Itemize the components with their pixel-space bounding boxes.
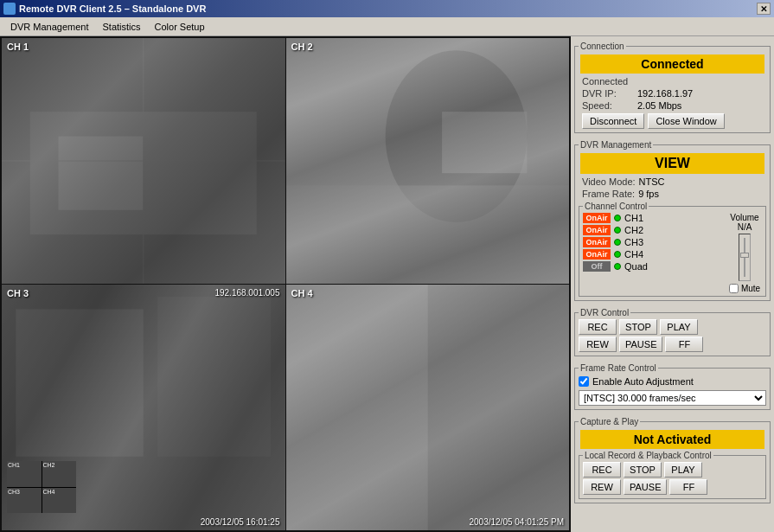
local-play-button[interactable]: PLAY [664,462,702,478]
right-panel: Connection Connected Connected DVR IP: 1… [571,36,774,532]
local-rec-button[interactable]: REC [583,462,621,478]
ch4-indicator [614,251,621,258]
video-area: CH 1 CH 2 CH 3 192.168.001.005 [0,36,571,532]
quad-indicator [614,263,621,270]
menu-dvr-management[interactable]: DVR Management [3,20,96,34]
ch4-label: CH 4 [291,288,313,298]
video-cell-ch3[interactable]: CH 3 192.168.001.005 CH1 CH2 CH3 CH4 200… [2,285,285,530]
frame-rate-row: Frame Rate: 9 fps [579,188,766,200]
frame-rate-control-section: Frame Rate Control Enable Auto Adjustmen… [574,363,771,410]
connection-section: Connection Connected Connected DVR IP: 1… [574,42,771,133]
auto-adjust-row: Enable Auto Adjustment [579,375,766,388]
ch3-name[interactable]: CH3 [624,237,643,247]
volume-slider[interactable] [739,234,751,281]
local-stop-button[interactable]: STOP [624,462,662,478]
svg-rect-13 [286,285,428,530]
disconnect-button[interactable]: Disconnect [582,113,644,129]
local-ff-button[interactable]: FF [669,479,707,495]
not-activated-banner: Not Activated [580,430,764,449]
connection-legend: Connection [579,42,626,51]
rew-button[interactable]: REW [579,337,617,352]
svg-rect-14 [427,285,569,530]
ch2-name[interactable]: CH2 [624,225,643,235]
mute-row: Mute [729,283,760,294]
ff-button[interactable]: FF [665,337,703,352]
dvr-management-section: DVR Management VIEW Video Mode: NTSC Fra… [574,140,771,301]
dvr-control-section: DVR Control REC STOP PLAY REW PAUSE FF [574,308,771,356]
channel-row-ch4: OnAir CH4 [583,249,724,260]
video-mode-value: NTSC [639,176,665,187]
rec-button[interactable]: REC [579,319,617,335]
channel-row-quad: Off Quad [583,261,724,272]
ch1-label: CH 1 [7,42,29,52]
video-mode-label: Video Mode: [582,176,636,187]
dvr-management-legend: DVR Management [579,140,653,150]
capture-play-legend: Capture & Play [579,417,640,426]
speed-row: Speed: 2.05 Mbps [579,99,766,112]
app-icon [3,3,16,15]
local-rew-button[interactable]: REW [583,479,621,495]
mute-label: Mute [741,284,760,293]
dvr-ip-row: DVR IP: 192.168.1.97 [579,87,766,99]
connected-label: Connected [582,76,634,87]
auto-adjust-checkbox[interactable] [579,376,589,387]
title-bar: Remote DVR Client 2.5 – Standalone DVR ✕ [0,0,774,17]
local-pause-button[interactable]: PAUSE [624,479,667,495]
capture-play-section: Capture & Play Not Activated Local Recor… [574,417,771,503]
connected-banner: Connected [580,54,764,74]
quad-name[interactable]: Quad [624,261,648,272]
frame-rate-select-container: [NTSC] 30.000 frames/sec [NTSC] 15.000 f… [579,388,766,407]
play-button[interactable]: PLAY [660,319,698,335]
menu-color-setup[interactable]: Color Setup [148,20,212,34]
svg-rect-8 [442,112,527,173]
volume-thumb[interactable] [740,253,749,258]
mini-ch4: CH4 [42,488,77,514]
menu-bar: DVR Management Statistics Color Setup [0,17,774,36]
dvr-control-row2: REW PAUSE FF [579,337,766,352]
svg-rect-11 [157,297,271,457]
dvr-control-legend: DVR Control [579,308,630,317]
mini-ch1: CH1 [7,461,42,487]
speed-value: 2.05 Mbps [637,100,681,111]
svg-rect-10 [16,309,143,456]
mute-checkbox[interactable] [729,284,739,293]
video-cell-ch4[interactable]: CH 4 2003/12/05 04:01:25 PM [286,285,570,530]
window-close-button[interactable]: ✕ [757,3,771,15]
ch3-status[interactable]: OnAir [583,237,611,247]
ch1-status[interactable]: OnAir [583,213,611,223]
menu-statistics[interactable]: Statistics [96,20,148,34]
local-control-row1: REC STOP PLAY [583,462,762,478]
svg-rect-7 [286,185,570,284]
channel-control-section: Channel Control OnAir CH1 OnAir [579,202,766,297]
frame-rate-select[interactable]: [NTSC] 30.000 frames/sec [NTSC] 15.000 f… [579,390,766,406]
ch3-indicator [614,239,621,246]
ch1-name[interactable]: CH1 [624,213,643,223]
speed-label: Speed: [582,100,634,111]
ch3-ip: 192.168.001.005 [214,288,279,298]
ch4-name[interactable]: CH4 [624,249,643,260]
frame-rate-value: 9 fps [638,189,659,199]
ch2-status[interactable]: OnAir [583,225,611,235]
video-mode-row: Video Mode: NTSC [579,176,766,188]
title-bar-left: Remote DVR Client 2.5 – Standalone DVR [3,3,206,15]
ch2-label: CH 2 [291,42,313,52]
local-control-row2: REW PAUSE FF [583,479,762,495]
ch1-indicator [614,215,621,221]
ch2-indicator [614,227,621,234]
pause-button[interactable]: PAUSE [619,337,662,352]
quad-status[interactable]: Off [583,261,611,272]
connection-buttons: Disconnect Close Window [579,112,766,131]
ch3-timestamp: 2003/12/05 16:01:25 [201,517,280,527]
video-cell-ch1[interactable]: CH 1 [2,38,285,284]
frame-rate-control-legend: Frame Rate Control [579,363,658,373]
local-record-legend: Local Record & Playback Control [583,451,713,460]
close-window-button[interactable]: Close Window [648,113,724,129]
volume-label: Volume [730,213,758,222]
connected-status-row: Connected [579,75,766,87]
video-cell-ch2[interactable]: CH 2 [286,38,570,284]
ch4-status[interactable]: OnAir [583,249,611,260]
mini-ch3: CH3 [7,488,42,514]
dvr-ip-value: 192.168.1.97 [637,88,693,99]
stop-button[interactable]: STOP [619,319,657,335]
svg-rect-2 [59,137,144,210]
